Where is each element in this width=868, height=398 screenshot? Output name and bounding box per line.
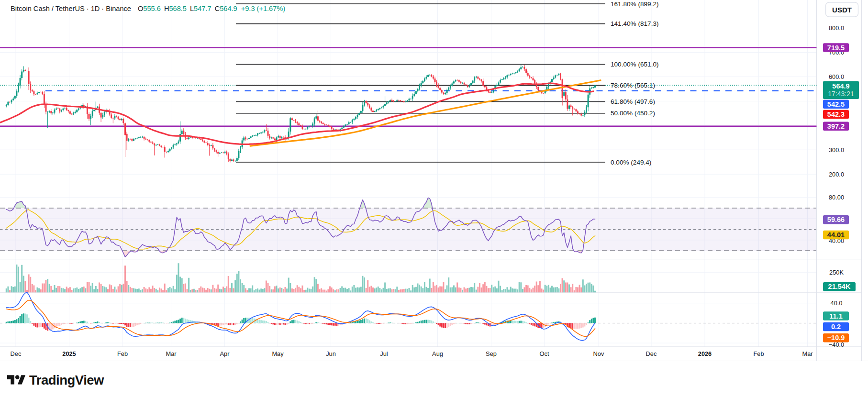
- svg-text:719.5: 719.5: [827, 44, 845, 52]
- svg-text:TradingView: TradingView: [29, 373, 104, 387]
- svg-text:0.2: 0.2: [831, 323, 841, 331]
- svg-text:Dec: Dec: [11, 350, 22, 357]
- svg-text:Jun: Jun: [326, 350, 336, 357]
- svg-text:80.00: 80.00: [829, 194, 844, 201]
- svg-text:800.0: 800.0: [829, 24, 844, 32]
- svg-text:Sep: Sep: [486, 350, 497, 357]
- svg-text:600.0: 600.0: [829, 73, 844, 80]
- svg-text:May: May: [272, 350, 284, 357]
- svg-text:Feb: Feb: [117, 350, 128, 357]
- svg-text:Mar: Mar: [802, 350, 813, 357]
- svg-text:61.80% (497.6): 61.80% (497.6): [611, 98, 655, 105]
- svg-text:Mar: Mar: [166, 350, 177, 357]
- svg-text:200.0: 200.0: [829, 171, 844, 178]
- svg-text:17:43:21: 17:43:21: [828, 90, 854, 98]
- svg-text:542.5: 542.5: [827, 100, 845, 108]
- svg-text:50.00% (450.2): 50.00% (450.2): [611, 110, 655, 117]
- svg-text:397.2: 397.2: [827, 122, 845, 130]
- svg-text:44.01: 44.01: [827, 231, 845, 239]
- svg-text:Feb: Feb: [753, 350, 764, 357]
- svg-text:161.80% (899.2): 161.80% (899.2): [611, 0, 659, 8]
- svg-text:Bitcoin Cash / TetherUS · 1D ·: Bitcoin Cash / TetherUS · 1D · BinanceO5…: [11, 5, 285, 12]
- svg-text:2026: 2026: [698, 350, 712, 357]
- svg-text:564.9: 564.9: [832, 82, 849, 90]
- svg-text:Dec: Dec: [646, 350, 657, 357]
- svg-text:300.0: 300.0: [829, 146, 844, 154]
- svg-text:542.3: 542.3: [827, 111, 845, 118]
- svg-text:40.0: 40.0: [831, 299, 843, 307]
- svg-text:100.00% (651.0): 100.00% (651.0): [611, 61, 659, 68]
- svg-text:21.54K: 21.54K: [828, 283, 851, 290]
- svg-text:Apr: Apr: [220, 350, 230, 357]
- svg-text:78.60% (565.1): 78.60% (565.1): [611, 82, 655, 89]
- svg-text:0.00% (249.4): 0.00% (249.4): [611, 159, 651, 166]
- svg-text:Aug: Aug: [432, 350, 443, 357]
- svg-text:−10.9: −10.9: [827, 334, 845, 342]
- svg-text:11.1: 11.1: [829, 312, 842, 320]
- svg-text:Jul: Jul: [380, 350, 388, 357]
- svg-text:USDT: USDT: [832, 6, 852, 14]
- svg-text:Oct: Oct: [540, 350, 549, 357]
- svg-text:141.40% (817.3): 141.40% (817.3): [611, 20, 659, 27]
- svg-text:59.66: 59.66: [827, 216, 845, 223]
- svg-text:Nov: Nov: [593, 350, 604, 357]
- svg-text:2025: 2025: [62, 350, 76, 357]
- svg-text:250K: 250K: [829, 269, 844, 276]
